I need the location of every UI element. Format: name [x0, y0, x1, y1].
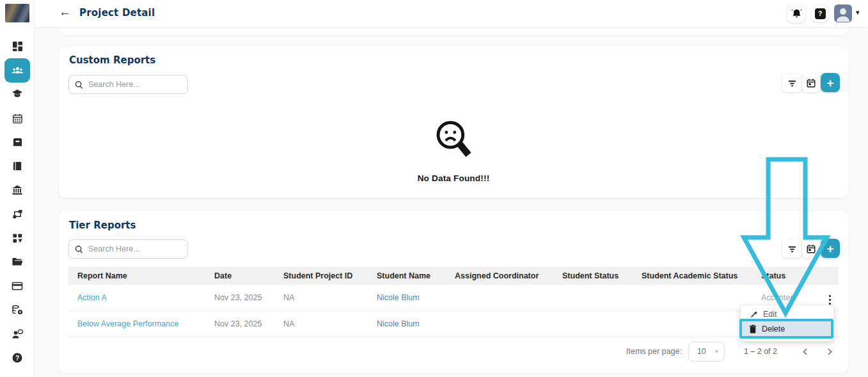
context-menu-delete-highlighted[interactable]: Delete: [739, 319, 833, 339]
items-per-page-value: 10: [697, 347, 706, 356]
person-chat-icon: [12, 328, 24, 341]
sidebar: ?: [0, 0, 35, 377]
tier-reports-title: Tier Reports: [69, 220, 136, 231]
custom-reports-title: Custom Reports: [69, 54, 155, 66]
delete-trash-icon: [749, 325, 757, 333]
calendar-icon: [806, 244, 816, 254]
date-cell: Nov 23, 2025: [205, 293, 274, 302]
widgets-icon: [12, 233, 23, 244]
bell-icon: [791, 8, 802, 19]
transform-icon: [12, 209, 23, 220]
calendar-icon: [12, 113, 23, 124]
col-header-student-name: Student Name: [368, 271, 446, 280]
person-icon: [834, 4, 852, 22]
row-actions-menu-button[interactable]: [825, 294, 835, 305]
edit-pencil-icon: [750, 310, 758, 319]
table-header-row: Report Name Date Student Project ID Stud…: [68, 267, 839, 285]
tier-reports-table: Report Name Date Student Project ID Stud…: [68, 267, 839, 337]
no-data-text: No Data Found!!!: [418, 173, 490, 183]
items-per-page-label: Items per page:: [626, 347, 682, 356]
avatar-dropdown-caret-icon[interactable]: ▾: [856, 8, 860, 17]
custom-reports-calendar-button[interactable]: [802, 74, 820, 92]
previous-card-edge: [59, 27, 848, 35]
col-header-assigned-coordinator: Assigned Coordinator: [446, 271, 553, 280]
members-group-icon: [12, 65, 24, 77]
table-row: Action A Nov 23, 2025 NA Nicole Blum Acc…: [68, 285, 839, 311]
col-header-status: Status: [752, 271, 820, 280]
sidebar-item-education[interactable]: [0, 82, 35, 106]
select-caret-icon: ▾: [715, 348, 718, 355]
help-icon: ?: [815, 8, 826, 19]
sidebar-item-help[interactable]: ?: [0, 346, 35, 370]
table-row: Below Average Performance Nov 23, 2025 N…: [68, 311, 839, 337]
sidebar-item-calendar[interactable]: [0, 106, 35, 131]
edit-label: Edit: [763, 310, 777, 319]
search-icon: [74, 80, 84, 90]
student-project-id-cell: NA: [274, 319, 368, 328]
custom-reports-search-input[interactable]: [88, 80, 178, 89]
pagination-bar: Items per page: 10 ▾ 1 – 2 of 2: [68, 341, 833, 362]
tier-reports-search-input[interactable]: [88, 245, 178, 253]
previous-page-button[interactable]: [801, 348, 809, 356]
sidebar-item-library[interactable]: [0, 154, 35, 178]
tier-reports-search: [68, 239, 188, 259]
sidebar-item-contact-support[interactable]: [0, 322, 35, 346]
col-header-report-name: Report Name: [68, 271, 205, 280]
box-icon: [12, 137, 23, 148]
notifications-button[interactable]: [787, 4, 805, 22]
next-page-button[interactable]: [826, 348, 833, 356]
custom-reports-card: Custom Reports + No Data Found!!!: [59, 47, 848, 198]
sidebar-item-widgets[interactable]: [0, 226, 35, 250]
sidebar-item-finance[interactable]: [0, 298, 35, 322]
col-header-student-project-id: Student Project ID: [274, 271, 368, 280]
no-data-sad-magnifier-icon: [432, 118, 475, 162]
sidebar-item-members[interactable]: [0, 58, 35, 83]
student-name-cell: Nicole Blum: [368, 293, 446, 302]
custom-reports-add-button[interactable]: +: [821, 73, 840, 92]
svg-text:?: ?: [15, 355, 19, 362]
custom-reports-empty-state: No Data Found!!!: [59, 118, 848, 183]
coins-gear-icon: [12, 304, 24, 316]
dashboard-icon: [12, 41, 23, 52]
sidebar-item-institution[interactable]: [0, 178, 35, 202]
report-name-link[interactable]: Below Average Performance: [68, 319, 205, 328]
student-project-id-cell: NA: [274, 293, 368, 302]
app-root: ? ← Project Detail ? ▾ Custom Reports +: [0, 0, 868, 377]
app-logo[interactable]: [5, 4, 29, 22]
filter-icon: [787, 79, 797, 88]
tier-reports-filter-button[interactable]: [782, 240, 801, 258]
help-button[interactable]: ?: [812, 5, 828, 22]
page-title: Project Detail: [79, 7, 155, 19]
filter-icon: [787, 245, 797, 253]
sidebar-item-inbox[interactable]: [0, 130, 35, 154]
sidebar-item-billing[interactable]: [0, 274, 35, 298]
pagination-range-label: 1 – 2 of 2: [744, 347, 777, 356]
help-circle-icon: ?: [12, 352, 23, 364]
custom-reports-filter-button[interactable]: [782, 74, 801, 92]
bank-icon: [12, 184, 23, 196]
date-cell: Nov 23, 2025: [205, 319, 274, 328]
plus-icon: +: [826, 243, 833, 255]
folder-open-icon: [12, 256, 23, 268]
sidebar-item-workflow[interactable]: [0, 202, 35, 226]
calendar-icon: [806, 78, 816, 88]
user-avatar[interactable]: [834, 4, 852, 22]
credit-card-icon: [12, 280, 23, 292]
chevron-right-icon: [826, 348, 833, 356]
report-name-link[interactable]: Action A: [68, 293, 205, 302]
items-per-page-select[interactable]: 10 ▾: [688, 342, 725, 362]
tier-reports-calendar-button[interactable]: [802, 240, 820, 258]
top-header: ← Project Detail ? ▾: [35, 0, 868, 27]
col-header-student-status: Student Status: [553, 271, 633, 280]
sidebar-item-files[interactable]: [0, 250, 35, 274]
custom-reports-search: [68, 75, 188, 94]
vertical-dots-icon: [828, 294, 832, 305]
back-arrow-icon[interactable]: ←: [59, 5, 71, 19]
col-header-student-academic-status: Student Academic Status: [633, 271, 752, 280]
col-header-date: Date: [205, 271, 274, 280]
status-cell: Accepted: [752, 293, 820, 302]
sidebar-item-dashboard[interactable]: [0, 34, 35, 58]
graduation-cap-icon: [12, 88, 23, 100]
tier-reports-add-button[interactable]: +: [821, 239, 840, 258]
student-name-cell: Nicole Blum: [368, 319, 446, 328]
